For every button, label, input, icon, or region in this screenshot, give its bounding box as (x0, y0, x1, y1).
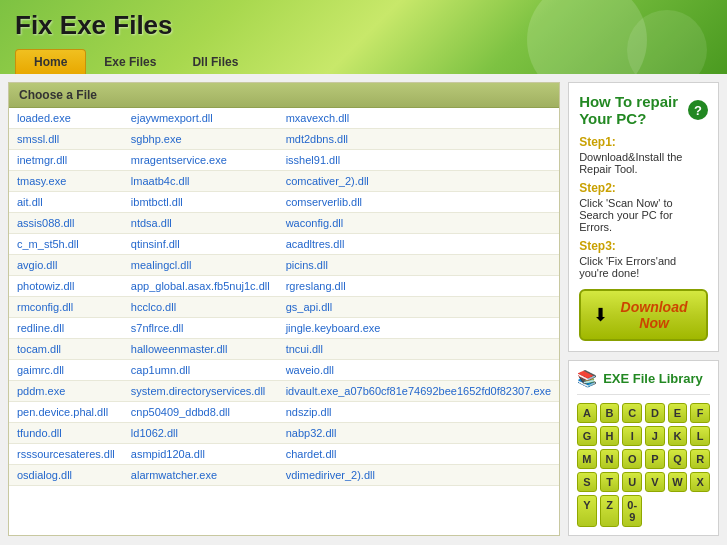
letter-btn-h[interactable]: H (600, 426, 620, 446)
file-link[interactable]: chardet.dll (286, 448, 337, 460)
file-table: loaded.exeejaywmexport.dllmxavexch.dllsm… (9, 108, 559, 486)
step-text-1: Download&Install the Repair Tool. (579, 151, 708, 175)
letter-btn-g[interactable]: G (577, 426, 597, 446)
repair-box: How To repair Your PC? ? Step1:Download&… (568, 82, 719, 352)
library-title-text: EXE File Library (603, 371, 703, 386)
letter-btn-d[interactable]: D (645, 403, 665, 423)
file-link[interactable]: waconfig.dll (286, 217, 343, 229)
file-link[interactable]: waveio.dll (286, 364, 334, 376)
letter-btn-j[interactable]: J (645, 426, 665, 446)
file-link[interactable]: rsssourcesateres.dll (17, 448, 115, 460)
file-link[interactable]: cnp50409_ddbd8.dll (131, 406, 230, 418)
file-link[interactable]: app_global.asax.fb5nuj1c.dll (131, 280, 270, 292)
file-link[interactable]: tncui.dll (286, 343, 323, 355)
letter-btn-z[interactable]: Z (600, 495, 620, 527)
file-link[interactable]: qtinsinf.dll (131, 238, 180, 250)
file-link[interactable]: mealingcl.dll (131, 259, 192, 271)
letter-btn-a[interactable]: A (577, 403, 597, 423)
file-link[interactable]: tocam.dll (17, 343, 61, 355)
file-link[interactable]: comserverlib.dll (286, 196, 362, 208)
file-link[interactable]: rgreslang.dll (286, 280, 346, 292)
letter-btn-o[interactable]: O (622, 449, 642, 469)
letter-btn-0-9[interactable]: 0-9 (622, 495, 642, 527)
nav-exe-files[interactable]: Exe Files (86, 50, 174, 74)
table-row: osdialog.dllalarmwatcher.exevdimediriver… (9, 465, 559, 486)
letter-btn-w[interactable]: W (668, 472, 688, 492)
file-link[interactable]: jingle.keyboard.exe (286, 322, 381, 334)
file-link[interactable]: hcclco.dll (131, 301, 176, 313)
nav-dll-files[interactable]: Dll Files (174, 50, 256, 74)
letter-btn-v[interactable]: V (645, 472, 665, 492)
file-link[interactable]: pen.device.phal.dll (17, 406, 108, 418)
file-link[interactable]: gs_api.dll (286, 301, 332, 313)
file-link[interactable]: sgbhp.exe (131, 133, 182, 145)
file-link[interactable]: redline.dll (17, 322, 64, 334)
letter-btn-l[interactable]: L (690, 426, 710, 446)
step-text-3: Click 'Fix Errors'and you're done! (579, 255, 708, 279)
file-link[interactable]: halloweenmaster.dll (131, 343, 228, 355)
file-link[interactable]: loaded.exe (17, 112, 71, 124)
file-link[interactable]: ait.dll (17, 196, 43, 208)
file-link[interactable]: ndszip.dll (286, 406, 332, 418)
file-link[interactable]: osdialog.dll (17, 469, 72, 481)
file-link[interactable]: ntdsa.dll (131, 217, 172, 229)
letter-btn-k[interactable]: K (668, 426, 688, 446)
header: Fix Exe Files Home Exe Files Dll Files (0, 0, 727, 74)
file-link[interactable]: pddm.exe (17, 385, 65, 397)
nav-home[interactable]: Home (15, 49, 86, 74)
letter-btn-c[interactable]: C (622, 403, 642, 423)
page-title: Fix Exe Files (15, 10, 712, 41)
file-link[interactable]: cap1umn.dll (131, 364, 190, 376)
letter-btn-i[interactable]: I (622, 426, 642, 446)
file-link[interactable]: assis088.dll (17, 217, 74, 229)
table-row: avgio.dllmealingcl.dllpicins.dll (9, 255, 559, 276)
file-link[interactable]: smssl.dll (17, 133, 59, 145)
file-link[interactable]: picins.dll (286, 259, 328, 271)
letter-btn-u[interactable]: U (622, 472, 642, 492)
file-link[interactable]: nabp32.dll (286, 427, 337, 439)
file-link[interactable]: asmpid120a.dll (131, 448, 205, 460)
letter-btn-m[interactable]: M (577, 449, 597, 469)
file-link[interactable]: system.directoryservices.dll (131, 385, 265, 397)
table-row: assis088.dllntdsa.dllwaconfig.dll (9, 213, 559, 234)
file-link[interactable]: mxavexch.dll (286, 112, 350, 124)
letter-btn-p[interactable]: P (645, 449, 665, 469)
file-link[interactable]: inetmgr.dll (17, 154, 67, 166)
table-row: tfundo.dllld1062.dllnabp32.dll (9, 423, 559, 444)
file-link[interactable]: photowiz.dll (17, 280, 74, 292)
file-link[interactable]: acadltres.dll (286, 238, 345, 250)
letter-btn-q[interactable]: Q (668, 449, 688, 469)
file-link[interactable]: ld1062.dll (131, 427, 178, 439)
file-link[interactable]: isshel91.dll (286, 154, 340, 166)
file-link[interactable]: idvault.exe_a07b60cf81e74692bee1652fd0f8… (286, 385, 551, 397)
file-link[interactable]: comcativer_2).dll (286, 175, 369, 187)
download-now-button[interactable]: ⬇ Download Now (579, 289, 708, 341)
file-link[interactable]: tmasy.exe (17, 175, 66, 187)
table-row: rmconfig.dllhcclco.dllgs_api.dll (9, 297, 559, 318)
file-link[interactable]: lmaatb4c.dll (131, 175, 190, 187)
file-link[interactable]: rmconfig.dll (17, 301, 73, 313)
file-link[interactable]: gaimrc.dll (17, 364, 64, 376)
file-link[interactable]: tfundo.dll (17, 427, 62, 439)
letter-btn-b[interactable]: B (600, 403, 620, 423)
file-link[interactable]: avgio.dll (17, 259, 57, 271)
letter-btn-s[interactable]: S (577, 472, 597, 492)
file-link[interactable]: c_m_st5h.dll (17, 238, 79, 250)
letter-btn-e[interactable]: E (668, 403, 688, 423)
letter-btn-x[interactable]: X (690, 472, 710, 492)
letter-btn-y[interactable]: Y (577, 495, 597, 527)
letter-btn-r[interactable]: R (690, 449, 710, 469)
file-link[interactable]: ejaywmexport.dll (131, 112, 213, 124)
step-label-1: Step1: (579, 135, 708, 149)
main-content: Choose a File loaded.exeejaywmexport.dll… (0, 74, 727, 544)
letter-btn-f[interactable]: F (690, 403, 710, 423)
file-link[interactable]: mragentservice.exe (131, 154, 227, 166)
file-link[interactable]: mdt2dbns.dll (286, 133, 348, 145)
file-link[interactable]: vdimediriver_2).dll (286, 469, 375, 481)
letter-btn-n[interactable]: N (600, 449, 620, 469)
file-link[interactable]: s7nflrce.dll (131, 322, 184, 334)
letter-btn-t[interactable]: T (600, 472, 620, 492)
file-link[interactable]: alarmwatcher.exe (131, 469, 217, 481)
download-btn-text: Download Now (614, 299, 694, 331)
file-link[interactable]: ibmtbctl.dll (131, 196, 183, 208)
